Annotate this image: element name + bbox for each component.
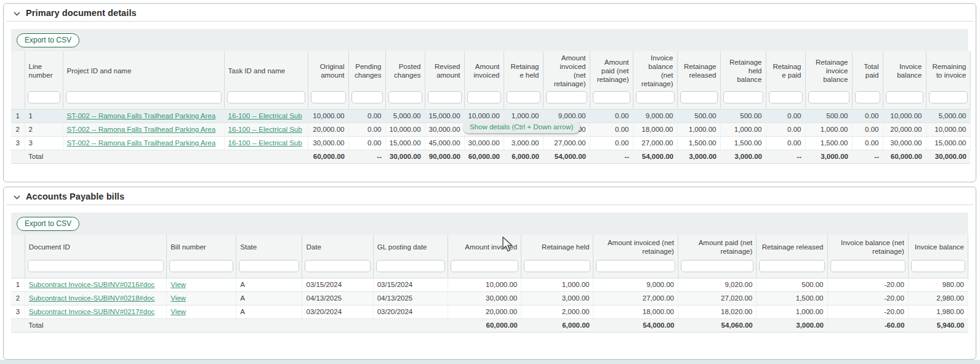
cell-link[interactable]: 16-100 -- Electrical Sub	[228, 126, 302, 133]
column-header[interactable]: Invoice balance	[908, 235, 968, 259]
filter-input[interactable]	[524, 260, 590, 272]
cell-link[interactable]: View	[171, 308, 186, 315]
filter-input[interactable]	[66, 91, 222, 103]
filter-input[interactable]	[596, 260, 675, 272]
filter-input[interactable]	[759, 260, 824, 272]
column-header[interactable]: Amount invoiced (net retainage)	[593, 235, 678, 259]
cell: 30,000.00	[464, 136, 504, 150]
column-header[interactable]: Retainage released	[677, 51, 720, 91]
filter-input[interactable]	[929, 91, 968, 103]
column-header[interactable]: State	[236, 235, 302, 259]
table-row[interactable]: 1Subcontract Invoice-SUBINV#0216#docView…	[11, 278, 968, 291]
cell-link[interactable]: 16-100 -- Electrical Sub	[228, 112, 302, 119]
column-header[interactable]: Original amount	[308, 51, 348, 91]
column-header[interactable]: Date	[302, 235, 373, 259]
column-header[interactable]: Amount paid (net retainage)	[678, 235, 756, 259]
total-cell	[63, 150, 224, 163]
column-header[interactable]: Invoice balance (net retainage)	[827, 235, 908, 259]
total-cell: 3,000.00	[805, 150, 852, 163]
export-to-csv-button[interactable]: Export to CSV	[17, 217, 79, 231]
filter-input[interactable]	[636, 91, 675, 103]
filter-cell	[908, 259, 968, 278]
column-header[interactable]: Document ID	[25, 235, 166, 259]
cell: 18,000.00	[633, 123, 677, 136]
filter-input[interactable]	[169, 260, 233, 272]
filter-input[interactable]	[680, 91, 718, 103]
table-row[interactable]: 2Subcontract Invoice-SUBINV#0218#docView…	[11, 291, 968, 305]
filter-input[interactable]	[593, 91, 630, 103]
column-header[interactable]: Amount invoiced (net retainage)	[543, 51, 590, 91]
column-header[interactable]: Total paid	[852, 51, 883, 91]
cell: 0.00	[766, 136, 805, 150]
column-header[interactable]: Task ID and name	[224, 51, 308, 91]
cell: 0.00	[348, 123, 385, 136]
cell-link[interactable]: ST-002 -- Ramona Falls Trailhead Parking…	[67, 112, 216, 119]
column-header[interactable]: Pending changes	[348, 51, 385, 91]
cell-link[interactable]: View	[171, 294, 186, 302]
filter-input[interactable]	[28, 91, 60, 103]
ap-section-header[interactable]: Accounts Payable bills	[6, 187, 973, 205]
filter-input[interactable]	[681, 260, 753, 272]
filter-input[interactable]	[428, 91, 462, 103]
column-header[interactable]: Remaining to invoice	[926, 51, 970, 91]
filter-cell	[633, 91, 677, 109]
filter-input[interactable]	[451, 260, 518, 272]
filter-input[interactable]	[808, 91, 849, 103]
cell-link[interactable]: View	[171, 281, 186, 288]
filter-input[interactable]	[239, 260, 299, 272]
column-header[interactable]: Invoice balance (net retainage)	[633, 51, 677, 91]
filter-input[interactable]	[376, 260, 445, 272]
filter-input[interactable]	[507, 91, 540, 103]
column-header[interactable]: Revised amount	[425, 51, 464, 91]
cell-link[interactable]: Subcontract Invoice-SUBINV#0216#doc	[29, 281, 155, 288]
filter-input[interactable]	[467, 91, 501, 103]
column-header[interactable]: Amount invoiced	[464, 51, 504, 91]
total-cell: 54,000.00	[593, 318, 678, 332]
chevron-down-icon[interactable]	[14, 12, 20, 16]
cell-link[interactable]: Subcontract Invoice-SUBINV#0218#doc	[29, 294, 155, 302]
filter-input[interactable]	[28, 260, 164, 272]
total-label: Total	[25, 318, 166, 332]
filter-input[interactable]	[855, 91, 880, 103]
chevron-down-icon[interactable]	[14, 195, 20, 200]
column-header[interactable]: GL posting date	[373, 235, 448, 259]
column-header[interactable]: Project ID and name	[63, 51, 224, 91]
cell-link[interactable]: 16-100 -- Electrical Sub	[228, 139, 302, 147]
column-header[interactable]: Invoice balance	[883, 51, 926, 91]
cell-link[interactable]: ST-002 -- Ramona Falls Trailhead Parking…	[67, 126, 216, 133]
column-header[interactable]: Amount paid (net retainage)	[590, 51, 633, 91]
ap-grid: Export to CSV Document IDBill numberStat…	[11, 212, 968, 333]
filter-cell	[504, 91, 543, 109]
filter-input[interactable]	[886, 91, 923, 103]
filter-input[interactable]	[311, 91, 346, 103]
filter-input[interactable]	[305, 260, 370, 272]
cell: 45,000.00	[425, 136, 464, 150]
cell-link[interactable]: Subcontract Invoice-SUBINV#0217#doc	[29, 308, 155, 315]
total-cell: 5,940.00	[908, 318, 968, 332]
filter-input[interactable]	[723, 91, 763, 103]
row-number-cell: 2	[11, 123, 25, 136]
filter-input[interactable]	[769, 91, 803, 103]
cell: 27,000.00	[543, 136, 590, 150]
table-row[interactable]: 3Subcontract Invoice-SUBINV#0217#docView…	[11, 305, 968, 318]
column-header[interactable]: Retainage invoice balance	[805, 51, 852, 91]
filter-input[interactable]	[911, 260, 965, 272]
primary-section-header[interactable]: Primary document details	[6, 4, 973, 22]
table-row[interactable]: 33ST-002 -- Ramona Falls Trailhead Parki…	[11, 136, 970, 150]
column-header[interactable]: Posted changes	[385, 51, 425, 91]
cell: 0.00	[348, 136, 385, 150]
cell-link[interactable]: ST-002 -- Ramona Falls Trailhead Parking…	[67, 139, 216, 147]
column-header[interactable]: Bill number	[167, 235, 236, 259]
filter-input[interactable]	[830, 260, 906, 272]
column-header[interactable]: Retainage paid	[766, 51, 805, 91]
filter-input[interactable]	[227, 91, 305, 103]
column-header[interactable]: Retainage held	[504, 51, 543, 91]
filter-input[interactable]	[546, 91, 587, 103]
export-to-csv-button[interactable]: Export to CSV	[17, 33, 79, 47]
filter-input[interactable]	[351, 91, 383, 103]
column-header[interactable]: Retainage held balance	[720, 51, 766, 91]
column-header[interactable]: Retainage released	[757, 235, 827, 259]
column-header[interactable]: Retainage held	[521, 235, 593, 259]
column-header[interactable]: Line number	[25, 51, 63, 91]
filter-input[interactable]	[388, 91, 422, 103]
